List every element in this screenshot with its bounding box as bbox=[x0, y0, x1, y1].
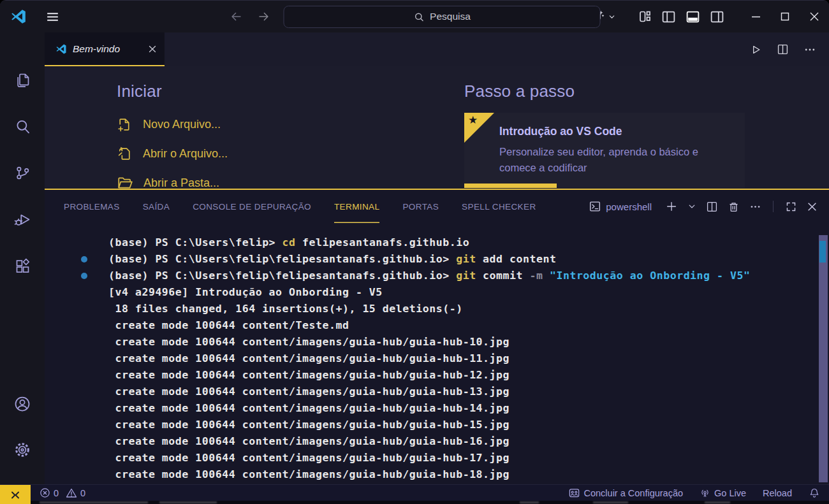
error-count: 0 bbox=[54, 488, 59, 498]
clipped-window-edge bbox=[0, 501, 829, 504]
panel-tab-console-depuracao[interactable]: CONSOLE DE DEPURAÇÃO bbox=[193, 190, 311, 223]
terminal-line: create mode 100644 content/imagens/guia-… bbox=[45, 350, 829, 367]
go-live-item[interactable]: Go Live bbox=[700, 487, 746, 498]
bottom-panel: PROBLEMAS SAÍDA CONSOLE DE DEPURAÇÃO TER… bbox=[45, 189, 829, 484]
divider bbox=[773, 201, 774, 212]
terminal-line: (base) PS C:\Users\felip\felipesantanafs… bbox=[45, 251, 829, 268]
terminal-line: create mode 100644 content/imagens/guia-… bbox=[45, 450, 829, 466]
vscode-window: Pesquisa bbox=[0, 0, 829, 504]
panel-tab-terminal[interactable]: TERMINAL bbox=[334, 190, 379, 223]
vscode-tab-icon bbox=[55, 43, 67, 55]
accounts-icon[interactable] bbox=[13, 395, 31, 413]
terminal-line: (base) PS C:\Users\felip\felipesantanafs… bbox=[45, 268, 829, 284]
broadcast-icon bbox=[700, 487, 710, 498]
terminal-line: create mode 100644 content/imagens/guia-… bbox=[45, 417, 829, 433]
open-file-icon bbox=[117, 146, 133, 162]
run-and-debug-icon[interactable] bbox=[13, 210, 31, 228]
kill-terminal-trash-icon[interactable] bbox=[728, 201, 740, 213]
close-window-button[interactable] bbox=[800, 1, 829, 32]
new-file-link[interactable]: Novo Arquivo... bbox=[117, 114, 372, 134]
maximize-button[interactable] bbox=[770, 1, 800, 32]
command-center-search[interactable]: Pesquisa bbox=[284, 6, 601, 28]
title-bar: Pesquisa bbox=[0, 1, 829, 32]
start-link-label: Abrir a Pasta... bbox=[143, 176, 219, 189]
walkthrough-card[interactable]: ★ Introdução ao VS Code Personalize seu … bbox=[464, 113, 745, 188]
terminal-line: (base) PS C:\Users\felip> cd felipesanta… bbox=[45, 234, 829, 251]
terminal-line: create mode 100644 content/imagens/guia-… bbox=[45, 466, 829, 483]
reload-label: Reload bbox=[763, 488, 792, 498]
open-file-link[interactable]: Abrir o Arquivo... bbox=[117, 143, 372, 164]
go-live-label: Go Live bbox=[714, 488, 746, 498]
forward-arrow-icon[interactable] bbox=[256, 9, 272, 24]
new-terminal-plus-icon[interactable] bbox=[665, 200, 678, 213]
explorer-icon[interactable] bbox=[13, 71, 31, 89]
terminal-shell-item[interactable]: powershell bbox=[589, 200, 652, 213]
close-tab-icon[interactable] bbox=[148, 45, 157, 54]
terminal-scrollbar[interactable] bbox=[819, 235, 828, 482]
shell-label: powershell bbox=[606, 201, 652, 212]
toggle-primary-sidebar-icon[interactable] bbox=[661, 10, 676, 24]
minimize-button[interactable] bbox=[741, 1, 770, 32]
toggle-panel-icon[interactable] bbox=[686, 10, 700, 24]
panel-header: PROBLEMAS SAÍDA CONSOLE DE DEPURAÇÃO TER… bbox=[45, 190, 829, 223]
finish-setup-label: Concluir a Configuração bbox=[584, 488, 684, 498]
terminal-view[interactable]: (base) PS C:\Users\felip> cd felipesanta… bbox=[45, 223, 829, 484]
menu-hamburger-icon[interactable] bbox=[45, 9, 61, 25]
launch-profile-chevron-icon[interactable] bbox=[687, 202, 696, 211]
panel-tab-spell-checker[interactable]: SPELL CHECKER bbox=[462, 190, 536, 223]
welcome-page: Iniciar Novo Arquivo... Abri bbox=[45, 66, 829, 189]
status-bar: 0 0 Concluir a Configuração Go Live Relo… bbox=[0, 484, 829, 501]
star-icon: ★ bbox=[468, 115, 478, 126]
walkthroughs-heading: Passo a passo bbox=[464, 82, 758, 101]
customize-layout-icon[interactable] bbox=[638, 10, 652, 24]
tab-bem-vindo[interactable]: Bem-vindo bbox=[45, 32, 165, 66]
activity-bar bbox=[0, 32, 45, 484]
new-file-icon bbox=[117, 117, 133, 133]
vscode-logo-icon bbox=[10, 8, 27, 25]
terminal-line: create mode 100644 content/imagens/guia-… bbox=[45, 334, 829, 350]
start-link-label: Abrir o Arquivo... bbox=[143, 147, 228, 161]
terminal-line: [v4 a29496e] Introdução ao Onbording - V… bbox=[45, 284, 829, 301]
start-link-label: Novo Arquivo... bbox=[143, 118, 221, 131]
extensions-icon[interactable] bbox=[13, 257, 31, 275]
remote-indicator[interactable] bbox=[0, 485, 31, 504]
panel-more-ellipsis-icon[interactable] bbox=[749, 201, 761, 213]
reload-item[interactable]: Reload bbox=[763, 488, 792, 498]
walkthrough-description: Personalize seu editor, aprenda o básico… bbox=[499, 144, 716, 176]
terminal-line: create mode 100644 content/imagens/guia-… bbox=[45, 367, 829, 384]
split-editor-icon[interactable] bbox=[777, 43, 789, 55]
chevron-down-icon bbox=[608, 13, 616, 21]
notifications-bell-icon[interactable] bbox=[809, 487, 820, 499]
close-panel-icon[interactable] bbox=[807, 201, 818, 212]
start-heading: Iniciar bbox=[117, 82, 372, 101]
panel-tab-problemas[interactable]: PROBLEMAS bbox=[64, 190, 120, 223]
accounts-people-icon bbox=[568, 487, 580, 499]
warning-icon bbox=[66, 487, 77, 499]
split-terminal-icon[interactable] bbox=[706, 201, 718, 213]
open-folder-icon bbox=[117, 175, 133, 189]
search-placeholder: Pesquisa bbox=[430, 11, 471, 22]
terminal-line: 18 files changed, 164 insertions(+), 15 … bbox=[45, 301, 829, 317]
settings-gear-icon[interactable] bbox=[13, 441, 31, 459]
terminal-line: create mode 100644 content/imagens/guia-… bbox=[45, 433, 829, 450]
editor-tab-bar: Bem-vindo bbox=[45, 32, 829, 66]
walkthrough-progress-fill bbox=[464, 184, 557, 188]
command-decoration-dot[interactable] bbox=[81, 273, 87, 279]
toggle-secondary-sidebar-icon[interactable] bbox=[710, 10, 724, 24]
command-decoration-dot[interactable] bbox=[81, 256, 87, 263]
maximize-panel-icon[interactable] bbox=[785, 201, 797, 213]
panel-tab-portas[interactable]: PORTAS bbox=[402, 190, 439, 223]
run-file-button[interactable] bbox=[749, 43, 762, 56]
terminal-line: create mode 100644 content/imagens/guia-… bbox=[45, 400, 829, 417]
source-control-icon[interactable] bbox=[13, 164, 31, 182]
problems-status[interactable]: 0 0 bbox=[40, 487, 85, 499]
more-actions-ellipsis-icon[interactable] bbox=[803, 43, 816, 56]
warning-count: 0 bbox=[80, 488, 85, 498]
finish-setup-item[interactable]: Concluir a Configuração bbox=[568, 487, 684, 499]
panel-tab-saida[interactable]: SAÍDA bbox=[143, 190, 170, 223]
back-arrow-icon[interactable] bbox=[229, 9, 244, 24]
tab-label: Bem-vindo bbox=[73, 43, 142, 55]
search-sidebar-icon[interactable] bbox=[13, 117, 31, 135]
open-folder-link[interactable]: Abrir a Pasta... bbox=[117, 173, 372, 189]
terminal-lines: (base) PS C:\Users\felip> cd felipesanta… bbox=[45, 234, 829, 483]
